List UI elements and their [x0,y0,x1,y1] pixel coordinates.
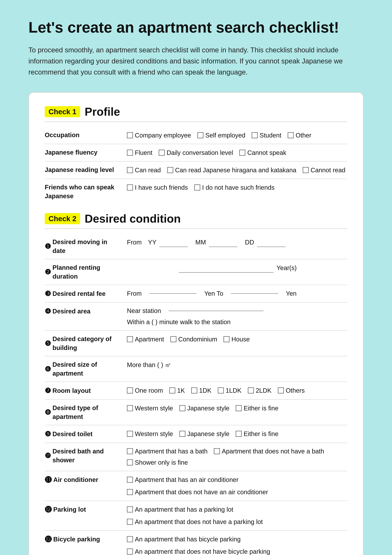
desired-area-content: Near station Within a ( ) minute walk to… [127,306,347,327]
checkbox[interactable] [127,548,133,555]
building-category-options: Apartment Condominium House [127,335,347,344]
friends-have[interactable]: I have such friends [127,183,188,192]
aircon-has[interactable]: Apartment that has an air conditioner [127,475,239,484]
toilet-options: Western style Japanese style Either is f… [127,429,347,438]
yen-label: Yen [286,289,297,298]
checkbox[interactable] [179,405,185,411]
checkbox[interactable] [303,167,309,173]
check2-title: Desired condition [85,212,181,225]
bath-has[interactable]: Apartment that has a bath [127,448,207,455]
layout-others[interactable]: Others [278,386,305,395]
friends-donot[interactable]: I do not have such friends [194,183,275,192]
reading-cannot[interactable]: Cannot read [303,165,345,175]
fluency-options: Fluent Daily conversation level Cannot s… [127,148,347,157]
bath-donot[interactable]: Apartment that does not have a bath [214,448,324,455]
checkbox[interactable] [127,448,133,454]
layout-oneroom[interactable]: One room [127,386,163,395]
toilet-western[interactable]: Western style [127,429,173,438]
checkbox[interactable] [191,387,197,394]
layout-1k[interactable]: 1K [169,386,185,395]
checkbox[interactable] [223,336,229,342]
checkbox[interactable] [127,132,133,138]
checkbox[interactable] [127,536,133,542]
renting-duration-row: ❷ Planned renting duration Year(s) [45,259,347,285]
parking-options: An apartment that has a parking lot An a… [127,505,347,526]
checkbox[interactable] [169,387,175,394]
checkbox[interactable] [159,150,165,156]
fluency-cannot[interactable]: Cannot speak [239,148,286,157]
checkbox[interactable] [179,431,185,437]
check1-badge: Check 1 [45,106,80,117]
checkbox[interactable] [127,336,133,342]
layout-1dk[interactable]: 1DK [191,386,212,395]
checkbox[interactable] [127,477,133,483]
checkbox[interactable] [167,167,173,173]
fluency-daily[interactable]: Daily conversation level [159,148,233,157]
checkbox[interactable] [278,387,284,394]
reading-hiragana[interactable]: Can read Japanese hiragana and katakana [167,165,296,175]
apartment-size-label: ❻ Desired size of apartment [45,360,127,378]
parking-donot[interactable]: An apartment that does not have a parkin… [127,517,263,526]
friends-options: I have such friends I do not have such f… [127,183,347,192]
yy-field: YY [148,237,189,247]
intro-paragraph: To proceed smoothly, an apartment search… [29,44,363,78]
checkbox[interactable] [127,184,133,190]
bicycle-has[interactable]: An apartment that has bicycle parking [127,534,241,544]
friends-label: Friends who can speak Japanese [45,183,127,200]
cat-condo[interactable]: Condominium [170,335,217,344]
checkbox[interactable] [194,184,200,190]
checkbox[interactable] [127,489,133,495]
checkbox[interactable] [236,405,242,411]
apartment-size-row: ❻ Desired size of apartment More than ( … [45,356,347,382]
rental-fee-label: ❸ Desired rental fee [45,289,127,299]
checkbox[interactable] [170,336,176,342]
parking-has[interactable]: An apartment that has a parking lot [127,505,233,514]
checkbox[interactable] [127,167,133,173]
layout-2ldk[interactable]: 2LDK [248,386,271,395]
aircon-donot[interactable]: Apartment that does not have an air cond… [127,487,268,497]
bicycle-donot[interactable]: An apartment that does not have bicycle … [127,547,270,555]
occupation-company[interactable]: Company employee [127,131,191,140]
occupation-other[interactable]: Other [288,131,311,140]
checkbox[interactable] [127,431,133,437]
checkbox[interactable] [197,132,203,138]
type-either[interactable]: Either is fine [236,403,278,413]
occupation-student[interactable]: Student [252,131,281,140]
cat-apartment[interactable]: Apartment [127,335,164,344]
checkbox[interactable] [127,405,133,411]
checkbox[interactable] [127,506,133,512]
shower-only[interactable]: Shower only is fine [127,459,188,466]
fluency-fluent[interactable]: Fluent [127,148,152,157]
checkbox[interactable] [127,460,133,466]
type-japanese[interactable]: Japanese style [179,403,229,413]
checkbox[interactable] [236,431,242,437]
parking-row: ⓬ Parking lot An apartment that has a pa… [45,501,347,531]
checkbox[interactable] [214,448,220,454]
moving-date-row: ❶ Desired moving in date From YY MM DD [45,234,347,259]
checkbox[interactable] [127,387,133,394]
checkbox[interactable] [218,387,224,394]
check2-badge: Check 2 [45,213,80,224]
rental-fee-row: ❸ Desired rental fee From Yen To Yen [45,285,347,303]
page-content: Let's create an apartment search checkli… [29,19,363,555]
fluency-label: Japanese fluency [45,148,127,157]
occupation-self[interactable]: Self employed [197,131,245,140]
checkbox[interactable] [248,387,254,394]
fee-to-line [231,293,278,294]
toilet-japanese[interactable]: Japanese style [179,429,229,438]
toilet-either[interactable]: Either is fine [236,429,278,438]
reading-can[interactable]: Can read [127,165,161,175]
checkbox[interactable] [127,519,133,525]
checkbox[interactable] [127,150,133,156]
checkbox[interactable] [288,132,294,138]
station-line [169,311,264,311]
cat-house[interactable]: House [223,335,250,344]
checkbox[interactable] [239,150,245,156]
checkbox[interactable] [252,132,258,138]
occupation-label: Occupation [45,131,127,139]
more-than-text: More than ( ) ㎡ [127,360,171,370]
type-western[interactable]: Western style [127,403,173,413]
reading-label: Japanese reading level [45,165,127,174]
layout-1ldk[interactable]: 1LDK [218,386,242,395]
apartment-type-row: ❽ Desired type of apartment Western styl… [45,400,347,425]
